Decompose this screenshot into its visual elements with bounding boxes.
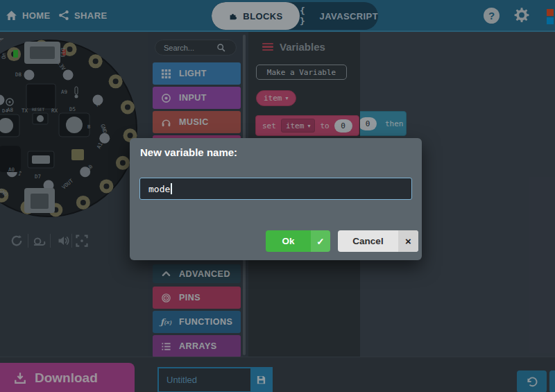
variable-name-value: mode: [148, 184, 170, 194]
text-caret: [171, 183, 172, 194]
close-x-icon: ×: [398, 230, 418, 252]
dialog-title: New variable name:: [140, 146, 237, 158]
ok-label: Ok: [266, 230, 311, 252]
ok-button[interactable]: Ok ✓: [266, 230, 330, 252]
variable-name-input[interactable]: mode: [139, 178, 412, 200]
makecode-editor: On D8 A8 A9 D4 TX RESET RX D5 B A0 ♪ D7 …: [0, 0, 555, 392]
checkmark-icon: ✓: [311, 230, 330, 252]
cancel-label: Cancel: [338, 230, 398, 252]
new-variable-dialog: New variable name: mode Ok ✓ Cancel ×: [130, 138, 422, 260]
cancel-button[interactable]: Cancel ×: [338, 230, 418, 252]
